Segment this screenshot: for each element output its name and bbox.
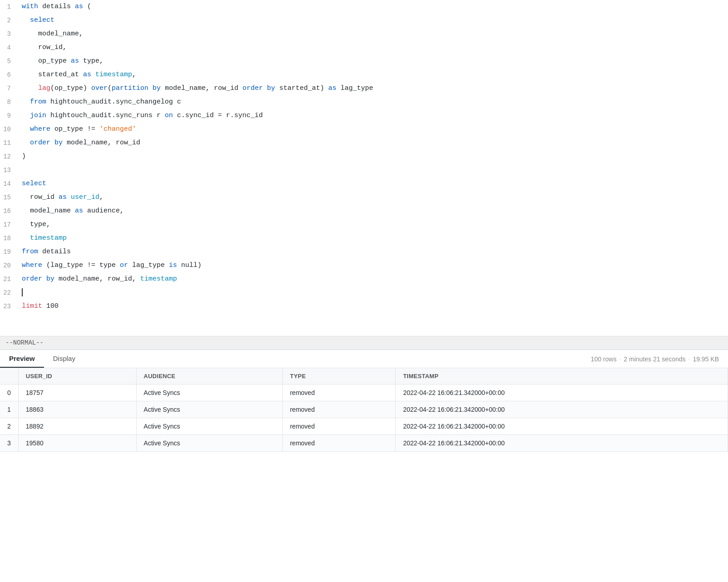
- token-kw-blue: on: [165, 112, 173, 119]
- meta-info: 100 rows · 2 minutes 21 seconds · 19.95 …: [591, 355, 728, 363]
- results-container: USER_IDAUDIENCETYPETIMESTAMP018757Active…: [0, 368, 728, 452]
- code-line: 3 model_name,: [0, 27, 728, 41]
- token-kw-blue: order: [22, 275, 42, 283]
- rows-count: 100 rows: [591, 355, 617, 363]
- token-kw-red: lag: [38, 84, 50, 92]
- code-line: 2 select: [0, 14, 728, 27]
- line-content: [18, 286, 728, 300]
- cell-timestamp: 2022-04-22 16:06:21.342000+00:00: [396, 385, 728, 401]
- code-line: 6 started_at as timestamp,: [0, 68, 728, 82]
- token-plain: type,: [79, 57, 103, 65]
- meta-sep-2: ·: [689, 355, 690, 363]
- token-plain: ,: [99, 193, 103, 201]
- token-kw-blue: as: [75, 3, 83, 10]
- token-kw-blue: by: [46, 275, 54, 283]
- line-content: order by model_name, row_id: [18, 136, 728, 150]
- code-line: 16 model_name as audience,: [0, 204, 728, 218]
- token-kw-cyan: user_id: [71, 193, 99, 201]
- line-content: model_name,: [18, 27, 728, 41]
- line-number: 23: [0, 300, 18, 313]
- token-plain: hightouch_audit.sync_runs r: [46, 112, 165, 119]
- code-line: 1with details as (: [0, 0, 728, 14]
- cell-audience: Active Syncs: [136, 385, 282, 401]
- line-number: 20: [0, 259, 18, 272]
- col-header-audience: AUDIENCE: [136, 368, 282, 385]
- meta-sep-1: ·: [619, 355, 621, 363]
- code-line: 20where (lag_type != type or lag_type is…: [0, 259, 728, 272]
- line-number: 10: [0, 123, 18, 136]
- line-number: 19: [0, 245, 18, 259]
- line-content: from details: [18, 245, 728, 259]
- line-content: op_type as type,: [18, 54, 728, 68]
- token-kw-blue: as: [83, 71, 91, 79]
- token-plain: [42, 275, 46, 283]
- token-plain: [22, 84, 38, 92]
- cell-user_id: 18757: [18, 385, 136, 401]
- token-kw-orange: 'changed': [99, 125, 136, 133]
- line-number: 2: [0, 14, 18, 27]
- line-content: where op_type != 'changed': [18, 123, 728, 136]
- code-line: 8 from hightouch_audit.sync_changelog c: [0, 95, 728, 109]
- token-kw-blue: as: [59, 193, 67, 201]
- line-content: row_id,: [18, 41, 728, 54]
- code-line: 11 order by model_name, row_id: [0, 136, 728, 150]
- token-plain: details: [38, 248, 71, 256]
- status-bar: --NORMAL--: [0, 336, 728, 349]
- line-number: 9: [0, 109, 18, 123]
- token-kw-red: limit: [22, 302, 42, 310]
- line-content: join hightouch_audit.sync_runs r on c.sy…: [18, 109, 728, 123]
- code-line: 14select: [0, 177, 728, 191]
- line-content: where (lag_type != type or lag_type is n…: [18, 259, 728, 272]
- token-plain: model_name, row_id,: [54, 275, 140, 283]
- line-content: timestamp: [18, 232, 728, 245]
- row-number-cell: 1: [0, 401, 18, 418]
- line-number: 11: [0, 136, 18, 150]
- token-kw-blue: by: [267, 84, 275, 92]
- tab-preview[interactable]: Preview: [0, 350, 44, 368]
- token-plain: [50, 139, 54, 147]
- tabs-row: PreviewDisplay 100 rows · 2 minutes 21 s…: [0, 350, 728, 368]
- token-plain: row_id: [22, 193, 59, 201]
- code-line: 15 row_id as user_id,: [0, 191, 728, 204]
- token-plain: model_name, row_id: [161, 84, 242, 92]
- line-number: 1: [0, 0, 18, 14]
- line-number: 14: [0, 177, 18, 191]
- cell-timestamp: 2022-04-22 16:06:21.342000+00:00: [396, 401, 728, 418]
- token-plain: (: [108, 84, 112, 92]
- cell-timestamp: 2022-04-22 16:06:21.342000+00:00: [396, 435, 728, 452]
- token-kw-blue: from: [22, 98, 46, 106]
- row-number-cell: 2: [0, 418, 18, 435]
- line-number: 22: [0, 286, 18, 300]
- token-plain: model_name,: [22, 30, 83, 38]
- token-kw-blue: where: [22, 125, 50, 133]
- line-number: 16: [0, 204, 18, 218]
- token-plain: model_name: [22, 207, 75, 215]
- code-line: 7 lag(op_type) over(partition by model_n…: [0, 82, 728, 95]
- token-plain: [148, 84, 152, 92]
- tab-display[interactable]: Display: [44, 350, 84, 368]
- token-plain: c.sync_id = r.sync_id: [173, 112, 263, 119]
- line-number: 8: [0, 95, 18, 109]
- line-content: order by model_name, row_id, timestamp: [18, 272, 728, 286]
- token-plain: op_type: [22, 57, 71, 65]
- token-plain: started_at): [275, 84, 328, 92]
- editor-area[interactable]: 1with details as (2 select3 model_name,4…: [0, 0, 728, 336]
- line-content: select: [18, 177, 728, 191]
- token-plain: [22, 234, 30, 242]
- code-line: 12): [0, 150, 728, 163]
- token-plain: row_id,: [22, 44, 67, 51]
- cell-type: removed: [282, 385, 395, 401]
- cell-user_id: 18863: [18, 401, 136, 418]
- token-plain: hightouch_audit.sync_changelog c: [46, 98, 181, 106]
- code-line: 13: [0, 163, 728, 177]
- cell-type: removed: [282, 418, 395, 435]
- token-plain: ): [22, 153, 26, 160]
- line-number: 13: [0, 163, 18, 177]
- code-line: 17 type,: [0, 218, 728, 232]
- line-content: type,: [18, 218, 728, 232]
- line-content: ): [18, 150, 728, 163]
- token-kw-blue: as: [75, 207, 83, 215]
- col-header-type: TYPE: [282, 368, 395, 385]
- token-kw-blue: order: [242, 84, 263, 92]
- token-plain: (op_type): [50, 84, 91, 92]
